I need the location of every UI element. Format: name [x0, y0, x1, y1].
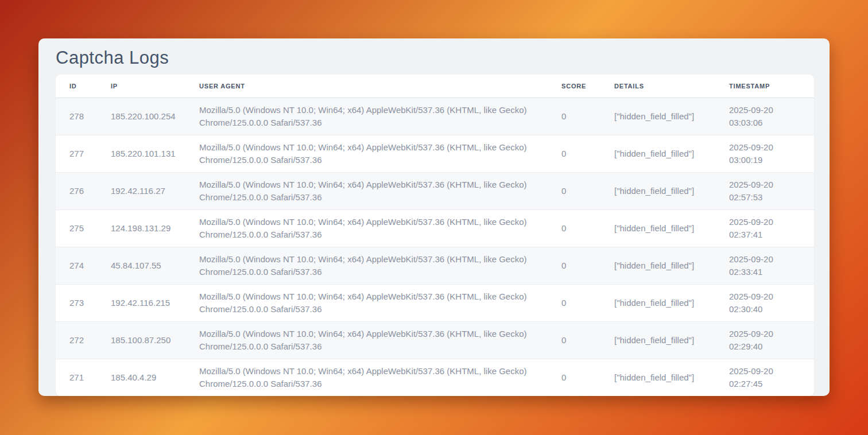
cell-score: 0	[561, 247, 614, 284]
column-header-user_agent: USER AGENT	[199, 75, 561, 98]
cell-details: ["hidden_field_filled"]	[614, 284, 729, 321]
cell-timestamp: 2025-09-20 02:29:40	[729, 321, 814, 359]
cell-details: ["hidden_field_filled"]	[614, 98, 729, 135]
cell-id: 278	[56, 98, 111, 135]
cell-details: ["hidden_field_filled"]	[614, 209, 729, 247]
column-header-id: ID	[56, 75, 111, 98]
cell-details: ["hidden_field_filled"]	[614, 135, 729, 172]
table-row: 271185.40.4.29Mozilla/5.0 (Windows NT 10…	[56, 359, 814, 396]
cell-user_agent: Mozilla/5.0 (Windows NT 10.0; Win64; x64…	[199, 209, 561, 247]
column-header-ip: IP	[111, 75, 199, 98]
cell-timestamp: 2025-09-20 03:03:06	[729, 98, 814, 135]
cell-user_agent: Mozilla/5.0 (Windows NT 10.0; Win64; x64…	[199, 172, 561, 209]
cell-ip: 192.42.116.215	[111, 284, 199, 321]
column-header-details: DETAILS	[614, 75, 729, 98]
logs-table: IDIPUSER AGENTSCOREDETAILSTIMESTAMP 2781…	[56, 75, 814, 396]
table-header-row: IDIPUSER AGENTSCOREDETAILSTIMESTAMP	[56, 75, 814, 98]
cell-score: 0	[561, 284, 614, 321]
logs-table-container: IDIPUSER AGENTSCOREDETAILSTIMESTAMP 2781…	[56, 75, 814, 396]
cell-score: 0	[561, 98, 614, 135]
cell-user_agent: Mozilla/5.0 (Windows NT 10.0; Win64; x64…	[199, 359, 561, 396]
cell-id: 272	[56, 321, 111, 359]
cell-id: 271	[56, 359, 111, 396]
table-row: 27445.84.107.55Mozilla/5.0 (Windows NT 1…	[56, 247, 814, 284]
cell-timestamp: 2025-09-20 02:27:45	[729, 359, 814, 396]
cell-timestamp: 2025-09-20 03:00:19	[729, 135, 814, 172]
cell-ip: 185.220.100.254	[111, 98, 199, 135]
cell-details: ["hidden_field_filled"]	[614, 172, 729, 209]
cell-timestamp: 2025-09-20 02:37:41	[729, 209, 814, 247]
table-row: 272185.100.87.250Mozilla/5.0 (Windows NT…	[56, 321, 814, 359]
column-header-score: SCORE	[561, 75, 614, 98]
cell-details: ["hidden_field_filled"]	[614, 247, 729, 284]
cell-id: 275	[56, 209, 111, 247]
table-row: 277185.220.101.131Mozilla/5.0 (Windows N…	[56, 135, 814, 172]
cell-timestamp: 2025-09-20 02:57:53	[729, 172, 814, 209]
cell-timestamp: 2025-09-20 02:33:41	[729, 247, 814, 284]
cell-ip: 124.198.131.29	[111, 209, 199, 247]
cell-ip: 185.40.4.29	[111, 359, 199, 396]
cell-details: ["hidden_field_filled"]	[614, 359, 729, 396]
cell-ip: 185.100.87.250	[111, 321, 199, 359]
cell-user_agent: Mozilla/5.0 (Windows NT 10.0; Win64; x64…	[199, 135, 561, 172]
cell-id: 276	[56, 172, 111, 209]
cell-score: 0	[561, 135, 614, 172]
cell-id: 273	[56, 284, 111, 321]
cell-user_agent: Mozilla/5.0 (Windows NT 10.0; Win64; x64…	[199, 284, 561, 321]
cell-id: 274	[56, 247, 111, 284]
column-header-timestamp: TIMESTAMP	[729, 75, 814, 98]
table-row: 273192.42.116.215Mozilla/5.0 (Windows NT…	[56, 284, 814, 321]
table-row: 275124.198.131.29Mozilla/5.0 (Windows NT…	[56, 209, 814, 247]
cell-id: 277	[56, 135, 111, 172]
cell-user_agent: Mozilla/5.0 (Windows NT 10.0; Win64; x64…	[199, 247, 561, 284]
table-row: 278185.220.100.254Mozilla/5.0 (Windows N…	[56, 98, 814, 135]
cell-details: ["hidden_field_filled"]	[614, 321, 729, 359]
table-row: 276192.42.116.27Mozilla/5.0 (Windows NT …	[56, 172, 814, 209]
cell-ip: 192.42.116.27	[111, 172, 199, 209]
captcha-logs-card: Captcha Logs IDIPUSER AGENTSCOREDETAILST…	[38, 38, 830, 396]
cell-ip: 185.220.101.131	[111, 135, 199, 172]
cell-timestamp: 2025-09-20 02:30:40	[729, 284, 814, 321]
cell-score: 0	[561, 359, 614, 396]
cell-user_agent: Mozilla/5.0 (Windows NT 10.0; Win64; x64…	[199, 98, 561, 135]
cell-score: 0	[561, 321, 614, 359]
page-title: Captcha Logs	[56, 48, 169, 68]
cell-score: 0	[561, 172, 614, 209]
cell-score: 0	[561, 209, 614, 247]
cell-ip: 45.84.107.55	[111, 247, 199, 284]
cell-user_agent: Mozilla/5.0 (Windows NT 10.0; Win64; x64…	[199, 321, 561, 359]
